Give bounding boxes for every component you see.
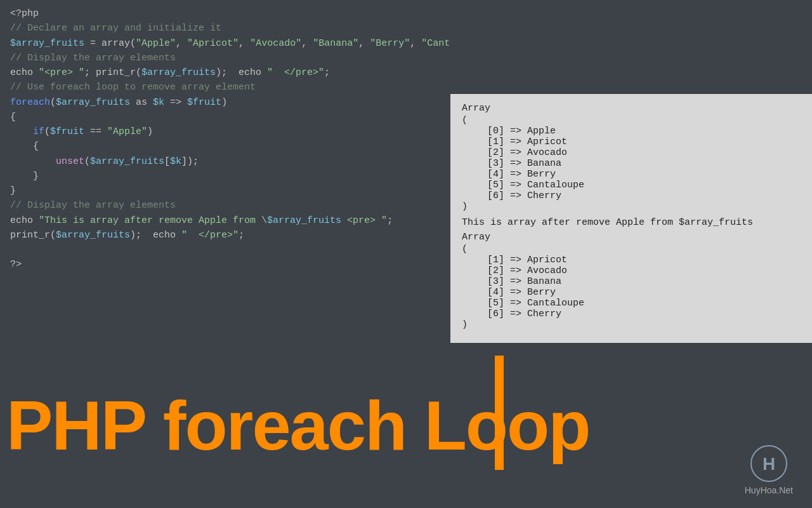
logo-text: HuyHoa.Net <box>745 485 793 495</box>
code-line-11: unset($array_fruits[$k]); <box>10 154 440 169</box>
open-paren-1: ( <box>462 115 801 126</box>
cursor-bar <box>495 356 504 470</box>
array-item-6: [6] => Cherry <box>462 190 801 201</box>
logo: H HuyHoa.Net <box>745 444 793 495</box>
code-line-16: print_r($array_fruits); echo " </pre>"; <box>10 228 440 243</box>
code-line-2: // Declare an array and initialize it <box>10 21 440 36</box>
huyhoa-logo-icon: H <box>750 444 788 483</box>
code-line-13: } <box>10 184 440 198</box>
array-item-b3: [3] => Banana <box>462 276 801 287</box>
array-item-1: [1] => Apricot <box>462 137 801 147</box>
output-panel-1: Array ( [0] => Apple [1] => Apricot [2] … <box>450 94 812 348</box>
code-line-5: echo "<pre> "; print_r($array_fruits); e… <box>10 65 440 80</box>
array-title-2: Array <box>462 232 801 243</box>
array-item-0: [0] => Apple <box>462 126 801 137</box>
open-paren-2: ( <box>462 244 801 255</box>
code-line-10: { <box>10 139 440 154</box>
array-item-b5: [5] => Cantaloupe <box>462 298 801 309</box>
code-editor: <?php // Declare an array and initialize… <box>0 0 450 343</box>
code-line-1: <?php <box>10 6 440 21</box>
code-line-15: echo "This is array after remove Apple f… <box>10 213 440 228</box>
output-separator: This is array after remove Apple from $a… <box>462 217 801 228</box>
code-line-17 <box>10 243 440 257</box>
array-item-3: [3] => Banana <box>462 158 801 169</box>
array-item-2: [2] => Avocado <box>462 147 801 158</box>
array-item-b2: [2] => Avocado <box>462 265 801 276</box>
array-item-b4: [4] => Berry <box>462 287 801 298</box>
code-line-9: if($fruit == "Apple") <box>10 124 440 139</box>
code-line-3: $array_fruits = array("Apple", "Apricot"… <box>10 36 440 51</box>
close-paren-2: ) <box>462 319 801 330</box>
code-line-7: foreach($array_fruits as $k => $fruit) <box>10 95 440 110</box>
code-line-14: // Display the array elements <box>10 198 440 213</box>
code-line-12: } <box>10 169 440 184</box>
array-item-5: [5] => Cantaloupe <box>462 180 801 190</box>
code-line-8: { <box>10 110 440 124</box>
array-item-b6: [6] => Cherry <box>462 309 801 319</box>
svg-text:H: H <box>763 454 775 474</box>
title-banner: PHP foreach Loop <box>0 343 812 508</box>
code-line-4: // Display the array elements <box>10 51 440 65</box>
code-line-6: // Use foreach loop to remove array elem… <box>10 80 440 95</box>
close-paren-1: ) <box>462 201 801 212</box>
code-line-18: ?> <box>10 257 440 272</box>
array-title-1: Array <box>462 103 801 114</box>
array-item-b1: [1] => Apricot <box>462 255 801 265</box>
array-item-4: [4] => Berry <box>462 169 801 180</box>
